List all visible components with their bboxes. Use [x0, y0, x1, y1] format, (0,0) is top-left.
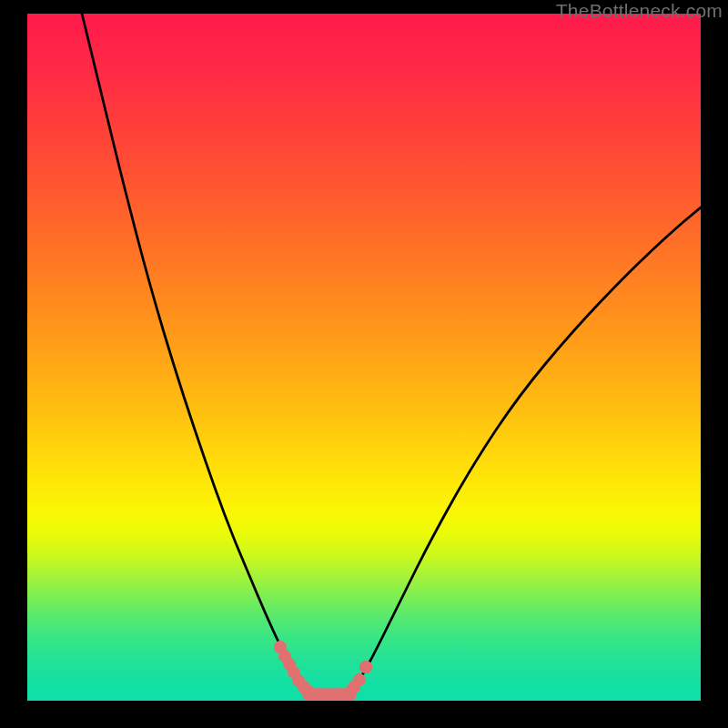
data-point-marker: [359, 661, 372, 673]
chart-area: [27, 14, 701, 701]
right-curve: [350, 207, 701, 692]
left-curve: [82, 14, 307, 692]
chart-svg: [27, 14, 701, 701]
watermark-text: TheBottleneck.com: [556, 0, 723, 22]
data-point-marker: [353, 673, 366, 686]
data-markers: [274, 641, 372, 701]
